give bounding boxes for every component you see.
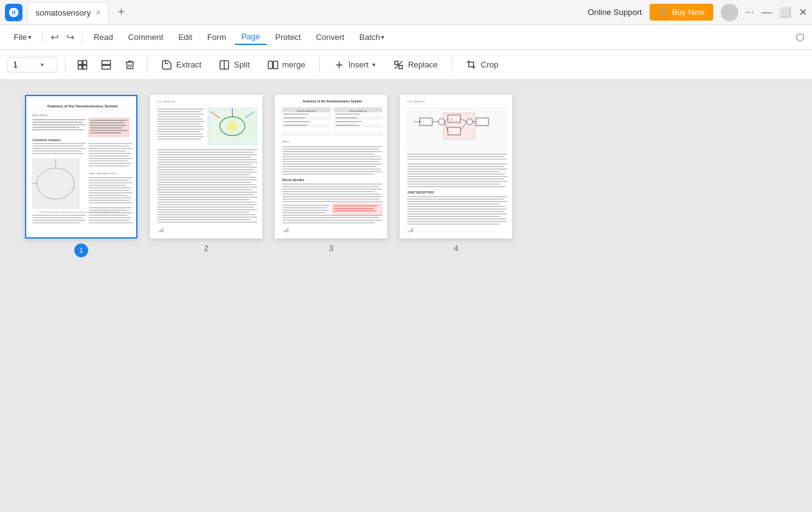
close-button[interactable]: ✕ (799, 6, 807, 18)
external-link-button[interactable]: ⬡ (796, 31, 805, 43)
replace-button[interactable]: Replace (387, 56, 444, 74)
svg-rect-158 (282, 159, 382, 160)
redo-button[interactable]: ↪ (64, 29, 77, 46)
svg-rect-180 (282, 210, 329, 211)
new-tab-button[interactable]: + (114, 5, 129, 20)
svg-rect-82 (157, 111, 201, 112)
menu-convert[interactable]: Convert (310, 30, 351, 44)
svg-rect-184 (282, 220, 382, 221)
menu-file[interactable]: File ▾ (7, 30, 37, 44)
svg-rect-194 (476, 118, 488, 126)
svg-rect-121 (157, 217, 257, 218)
svg-rect-191 (420, 118, 432, 126)
svg-rect-66 (89, 212, 132, 214)
merge-button[interactable]: merge (261, 56, 312, 74)
svg-rect-213 (407, 164, 507, 165)
page-thumb-4[interactable]: From Wikibooks (400, 95, 512, 257)
two-grid-view-button[interactable] (97, 56, 116, 74)
extract-button[interactable]: Extract (155, 56, 207, 74)
svg-rect-164 (282, 174, 375, 175)
svg-rect-168 (282, 189, 382, 190)
menu-protect[interactable]: Protect (269, 30, 307, 44)
svg-rect-171 (282, 196, 382, 197)
page-thumbnail-4[interactable]: From Wikibooks (400, 95, 512, 239)
page-thumbnail-2[interactable]: From Wikibooks (150, 95, 262, 239)
svg-rect-16 (32, 119, 86, 121)
svg-rect-3 (83, 65, 87, 69)
svg-text:Nerve Fibers?: Nerve Fibers? (32, 114, 49, 117)
svg-rect-8 (268, 61, 272, 69)
svg-rect-5 (102, 65, 111, 69)
svg-rect-111 (157, 192, 257, 193)
svg-rect-39 (89, 145, 129, 147)
svg-rect-166 (282, 184, 382, 185)
split-button[interactable]: Split (212, 56, 255, 74)
svg-rect-226 (407, 201, 507, 202)
svg-rect-29 (32, 145, 82, 147)
svg-text:Anatomy of the Somatosensory S: Anatomy of the Somatosensory System (47, 104, 117, 108)
svg-rect-104 (157, 174, 250, 175)
insert-button[interactable]: Insert ▾ (327, 56, 382, 74)
app-icon (5, 4, 22, 21)
svg-rect-0 (78, 61, 82, 64)
menu-form[interactable]: Form (201, 30, 232, 44)
svg-rect-28 (32, 143, 86, 144)
svg-rect-21 (90, 120, 127, 121)
delete-page-button[interactable] (121, 56, 139, 74)
svg-rect-176 (334, 208, 374, 209)
menu-read[interactable]: Read (87, 30, 119, 44)
avatar[interactable] (721, 4, 738, 21)
svg-rect-154 (282, 149, 379, 150)
svg-rect-44 (89, 158, 132, 159)
svg-rect-31 (32, 150, 81, 152)
svg-rect-53 (89, 187, 131, 189)
svg-rect-210 (407, 154, 507, 155)
page-thumbnail-1[interactable]: Anatomy of the Somatosensory System Nerv… (25, 95, 137, 239)
more-options-button[interactable]: ··· (746, 7, 754, 18)
page-thumb-1[interactable]: Anatomy of the Somatosensory System Nerv… (25, 95, 137, 257)
svg-rect-163 (282, 171, 382, 172)
page-number-label-3: 3 (329, 244, 333, 253)
svg-rect-40 (89, 148, 132, 149)
tab-title: somatosensory (36, 8, 91, 17)
svg-rect-153 (282, 146, 382, 147)
svg-rect-68 (89, 217, 131, 219)
svg-rect-43 (89, 155, 129, 157)
four-grid-view-button[interactable] (73, 56, 92, 74)
svg-rect-51 (89, 182, 132, 184)
svg-text:-: - (479, 122, 480, 124)
svg-rect-181 (282, 212, 326, 214)
svg-rect-175 (334, 205, 377, 207)
page-number-input[interactable] (13, 60, 38, 69)
svg-rect-32 (32, 153, 84, 154)
active-tab[interactable]: somatosensory × (27, 2, 109, 23)
page-thumbnail-3[interactable]: Anatomy of the Somatosensory System Rapi… (275, 95, 387, 239)
svg-rect-234 (407, 221, 507, 222)
menu-comment[interactable]: Comment (122, 30, 169, 44)
online-support-link[interactable]: Online Support (588, 7, 642, 17)
menu-edit[interactable]: Edit (172, 30, 198, 44)
undo-button[interactable]: ↩ (48, 29, 61, 46)
menu-page[interactable]: Page (235, 29, 266, 45)
tab-close-button[interactable]: × (96, 7, 101, 17)
svg-rect-86 (157, 121, 204, 122)
svg-rect-177 (334, 210, 376, 212)
svg-rect-9 (274, 61, 278, 69)
toolbar-sep-3 (452, 57, 452, 72)
svg-rect-81 (157, 109, 204, 110)
minimize-button[interactable]: — (761, 7, 771, 18)
crop-button[interactable]: Crop (460, 56, 505, 74)
svg-rect-41 (89, 150, 126, 152)
svg-rect-147 (284, 125, 307, 126)
svg-rect-224 (407, 196, 507, 197)
page-thumb-3[interactable]: Anatomy of the Somatosensory System Rapi… (275, 95, 387, 257)
page-thumb-2[interactable]: From Wikibooks (150, 95, 262, 257)
tab-bar: somatosensory × + (27, 2, 588, 23)
titlebar-right: Online Support 🛒 Buy Now ··· — ⬜ ✕ (588, 4, 807, 21)
maximize-button[interactable]: ⬜ (779, 6, 791, 18)
menu-batch[interactable]: Batch ▾ (353, 30, 390, 44)
svg-rect-185 (282, 222, 375, 224)
file-menu-group: File ▾ (7, 30, 37, 44)
page-input-group[interactable]: ▾ (7, 57, 57, 72)
buy-now-button[interactable]: 🛒 Buy Now (650, 4, 713, 21)
